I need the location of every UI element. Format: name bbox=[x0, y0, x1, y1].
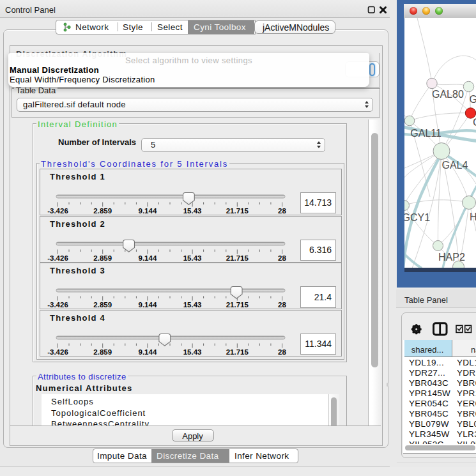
svg-text:GAL80: GAL80 bbox=[432, 88, 464, 99]
svg-text:GAL4: GAL4 bbox=[442, 159, 468, 170]
svg-text:GA: GA bbox=[470, 94, 476, 105]
svg-text:GCY1: GCY1 bbox=[404, 212, 430, 223]
svg-text:HAP2: HAP2 bbox=[438, 251, 465, 262]
svg-text:H: H bbox=[470, 211, 476, 222]
svg-text:C: C bbox=[473, 116, 476, 128]
svg-text:GAL11: GAL11 bbox=[410, 127, 441, 138]
